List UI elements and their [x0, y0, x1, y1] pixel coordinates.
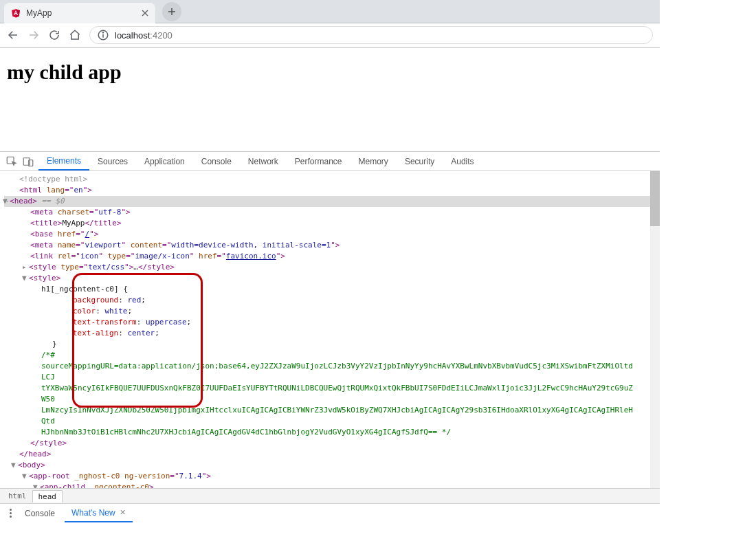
browser-tab-title: MyApp [26, 8, 136, 18]
dom-node[interactable]: <meta charset="utf-8"> [4, 207, 660, 218]
css-rule: color: white; [4, 306, 660, 317]
dom-tree[interactable]: <!doctype html> <html lang="en"> ⋯▼<head… [0, 171, 660, 488]
dom-node[interactable]: <html lang="en"> [4, 185, 660, 196]
breadcrumb[interactable]: html head [0, 488, 660, 503]
page-heading: my child app [7, 60, 653, 84]
close-icon[interactable]: ✕ [120, 508, 126, 517]
device-toolbar-icon[interactable] [22, 155, 34, 168]
drawer-tab-whatsnew[interactable]: What's New✕ [65, 504, 133, 522]
dom-node[interactable]: ▼<style> [4, 273, 660, 284]
dom-node[interactable]: <link rel="icon" type="image/x-icon" hre… [4, 251, 660, 262]
css-rule: text-align: center; [4, 328, 660, 339]
angular-favicon [11, 8, 21, 18]
new-tab-button[interactable] [162, 2, 181, 21]
css-selector: h1[_ngcontent-c0] { [4, 284, 660, 295]
dom-node[interactable]: <!doctype html> [4, 174, 660, 185]
drawer-tabbar: Console What's New✕ [0, 503, 660, 522]
url-input[interactable]: localhost:4200 [89, 26, 653, 44]
devtools-scrollbar[interactable] [650, 171, 660, 488]
devtools-tabbar: Elements Sources Application Console Net… [0, 152, 660, 171]
url-text: localhost:4200 [115, 30, 173, 41]
dom-node[interactable]: </head> [4, 449, 660, 460]
dom-node[interactable]: ▼<app-child _ngcontent-c0> [4, 482, 660, 488]
css-comment: /*# [4, 350, 660, 361]
dom-node[interactable]: ▸<style type="text/css">…</style> [4, 262, 660, 273]
home-button[interactable] [69, 29, 81, 41]
site-info-icon[interactable] [97, 29, 109, 41]
back-button[interactable] [7, 29, 19, 41]
devtools-tab-memory[interactable]: Memory [351, 152, 397, 170]
close-tab-icon[interactable] [142, 10, 148, 16]
dom-node[interactable]: ▼<body> [4, 460, 660, 471]
dom-node[interactable]: <base href="/"> [4, 229, 660, 240]
dom-node[interactable]: </style> [4, 438, 660, 449]
css-comment: HJhbnNmb3JtOiB1cHBlcmNhc2U7XHJcbiAgICAgI… [4, 427, 660, 438]
address-bar: localhost:4200 [0, 23, 660, 47]
devtools-tab-audits[interactable]: Audits [443, 152, 482, 170]
css-close: } [4, 339, 660, 350]
devtools-tab-elements[interactable]: Elements [38, 152, 89, 170]
crumb-html[interactable]: html [3, 490, 32, 502]
devtools-tab-application[interactable]: Application [136, 152, 193, 170]
browser-chrome: MyApp [0, 0, 660, 48]
css-comment: sourceMappingURL=data:application/json;b… [4, 361, 660, 383]
dom-node[interactable]: ▼<app-root _nghost-c0 ng-version="7.1.4"… [4, 471, 660, 482]
inspect-element-icon[interactable] [5, 155, 18, 168]
devtools-tab-network[interactable]: Network [240, 152, 287, 170]
css-rule: background: red; [4, 295, 660, 306]
browser-tab[interactable]: MyApp [4, 3, 155, 23]
drawer-menu-icon[interactable] [5, 509, 15, 518]
devtools-tab-console[interactable]: Console [193, 152, 240, 170]
reload-button[interactable] [48, 29, 60, 41]
forward-button[interactable] [27, 29, 40, 41]
css-comment: LmNzcyIsInNvdXJjZXNDb250ZW50IjpbImgxIHtc… [4, 405, 660, 427]
dom-node[interactable]: <meta name="viewport" content="width=dev… [4, 240, 660, 251]
svg-point-10 [102, 32, 103, 33]
drawer-tab-console[interactable]: Console [18, 504, 62, 522]
devtools-panel: Elements Sources Application Console Net… [0, 151, 660, 522]
css-rule: text-transform: uppercase; [4, 317, 660, 328]
devtools-tab-security[interactable]: Security [397, 152, 443, 170]
tab-strip: MyApp [0, 0, 660, 23]
dom-node[interactable]: <title>MyApp</title> [4, 218, 660, 229]
devtools-tab-performance[interactable]: Performance [287, 152, 351, 170]
page-viewport: my child app [0, 48, 660, 151]
devtools-tab-sources[interactable]: Sources [89, 152, 136, 170]
crumb-head[interactable]: head [32, 490, 63, 503]
css-comment: tYXBwaW5ncyI6IkFBQUE7UUFDUSxnQkFBZ0I7UUF… [4, 383, 660, 405]
dom-node-selected[interactable]: ⋯▼<head> == $0 [4, 196, 660, 207]
